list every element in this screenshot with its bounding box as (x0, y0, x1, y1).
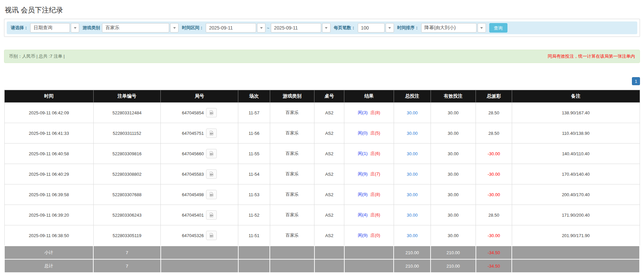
cell-game-type: 百家乐 (270, 164, 314, 184)
cell-time: 2025-09-11 06:42:09 (4, 103, 93, 123)
summary-remark (512, 259, 640, 273)
cell-time: 2025-09-11 06:39:20 (4, 205, 93, 225)
summary-total-bet: 210.00 (394, 259, 431, 273)
game-type-input[interactable] (102, 23, 169, 33)
cell-table-no: AS2 (314, 205, 344, 225)
cell-valid-bet: 30.00 (431, 164, 476, 184)
video-replay-button[interactable] (206, 210, 217, 220)
table-row: 2025-09-11 06:39:20 522803306243 6470454… (4, 205, 640, 225)
summary-count: 7 (93, 259, 161, 273)
round-id-value: 647045583 (182, 172, 204, 177)
cell-payout: -30.00 (476, 164, 512, 184)
header-table-no: 桌号 (314, 90, 344, 103)
cell-total-bet-link[interactable]: 30.00 (394, 103, 431, 123)
cell-session: 11-56 (238, 123, 270, 144)
cell-table-no: AS2 (314, 184, 344, 205)
cell-result: 闲(0) 庄(5) (344, 123, 394, 144)
video-icon (209, 110, 214, 115)
cell-session: 11-54 (238, 164, 270, 184)
cell-payout: -30.00 (476, 144, 512, 164)
header-round-id: 局号 (161, 90, 238, 103)
result-player: 闲(0) (358, 130, 367, 135)
video-replay-button[interactable] (206, 190, 217, 199)
date-to-input[interactable] (271, 23, 321, 33)
header-time: 时间 (4, 90, 93, 103)
cell-result: 闲(4) 庄(6) (344, 205, 394, 225)
search-button[interactable]: 查询 (489, 23, 507, 33)
cell-session: 11-53 (238, 184, 270, 205)
chevron-down-icon[interactable] (170, 23, 179, 33)
cell-table-no: AS2 (314, 164, 344, 184)
cell-remark: 110.40/138.90 (512, 123, 640, 144)
result-banker: 庄(6) (370, 212, 380, 217)
result-player: 闲(3) (358, 110, 367, 115)
time-range-label: 时间区间： (182, 25, 204, 31)
sort-input[interactable] (421, 23, 477, 33)
video-icon (209, 151, 214, 156)
cell-round-id: 647045583 (161, 164, 238, 184)
cell-round-id: 647045326 (161, 225, 238, 246)
video-replay-button[interactable] (206, 108, 217, 117)
page-container: 视讯 会员下注纪录 请选择： 游戏类别 时间区间： ~ 每页 (4, 0, 640, 275)
video-replay-button[interactable] (206, 149, 217, 158)
video-replay-button[interactable] (206, 128, 217, 138)
cell-remark: 201.90/171.90 (512, 225, 640, 246)
chevron-down-icon[interactable] (322, 23, 331, 33)
round-id-value: 647045854 (182, 110, 204, 115)
cell-valid-bet: 30.00 (431, 103, 476, 123)
cell-remark: 140.40/110.40 (512, 144, 640, 164)
summary-notice: 同局有效投注，统一计算在该局第一张注单内 (548, 53, 635, 59)
chevron-down-icon[interactable] (478, 23, 486, 33)
cell-table-no: AS2 (314, 123, 344, 144)
summary-count: 7 (93, 246, 161, 259)
result-banker: 庄(8) (370, 192, 380, 197)
cell-round-id: 647045854 (161, 103, 238, 123)
cell-session: 11-52 (238, 205, 270, 225)
cell-total-bet-link[interactable]: 30.00 (394, 144, 431, 164)
cell-game-type: 百家乐 (270, 205, 314, 225)
video-replay-button[interactable] (206, 231, 217, 240)
cell-valid-bet: 30.00 (431, 123, 476, 144)
page-size-input[interactable] (358, 23, 385, 33)
cell-bet-id: 522803312484 (93, 103, 161, 123)
date-from-input[interactable] (206, 23, 256, 33)
header-session: 场次 (238, 90, 270, 103)
result-banker: 庄(7) (370, 171, 380, 176)
date-range-separator: ~ (267, 25, 269, 31)
page-size-select (358, 23, 394, 33)
table-row: 2025-09-11 06:40:58 522803309816 6470456… (4, 144, 640, 164)
page-1-button[interactable]: 1 (632, 77, 640, 85)
video-icon (209, 192, 214, 197)
cell-payout: 28.50 (476, 205, 512, 225)
chevron-down-icon[interactable] (71, 23, 79, 33)
summary-valid-bet: 210.00 (431, 246, 476, 259)
header-payout: 总派彩 (476, 90, 512, 103)
cell-game-type: 百家乐 (270, 123, 314, 144)
query-type-input[interactable] (30, 23, 70, 33)
chevron-down-icon[interactable] (257, 23, 265, 33)
cell-total-bet-link[interactable]: 30.00 (394, 164, 431, 184)
result-player: 闲(9) (358, 233, 367, 238)
cell-remark: 138.90/167.40 (512, 103, 640, 123)
cell-table-no: AS2 (314, 103, 344, 123)
cell-time: 2025-09-11 06:40:29 (4, 164, 93, 184)
page-title: 视讯 会员下注纪录 (4, 0, 640, 19)
query-type-label: 请选择： (11, 25, 28, 31)
result-player: 闲(1) (358, 151, 367, 156)
summary-table-row: 小计 7 210.00 210.00 -34.50 (4, 246, 640, 259)
cell-total-bet-link[interactable]: 30.00 (394, 123, 431, 144)
cell-time: 2025-09-11 06:40:58 (4, 144, 93, 164)
summary-valid-bet: 210.00 (431, 259, 476, 273)
cell-game-type: 百家乐 (270, 103, 314, 123)
chevron-down-icon[interactable] (386, 23, 394, 33)
cell-game-type: 百家乐 (270, 144, 314, 164)
cell-result: 闲(9) 庄(0) (344, 225, 394, 246)
cell-game-type: 百家乐 (270, 225, 314, 246)
video-replay-button[interactable] (206, 169, 217, 179)
video-icon (209, 212, 214, 218)
cell-time: 2025-09-11 06:39:58 (4, 184, 93, 205)
cell-total-bet-link[interactable]: 30.00 (394, 205, 431, 225)
cell-session: 11-51 (238, 225, 270, 246)
cell-total-bet-link[interactable]: 30.00 (394, 225, 431, 246)
cell-total-bet-link[interactable]: 30.00 (394, 184, 431, 205)
